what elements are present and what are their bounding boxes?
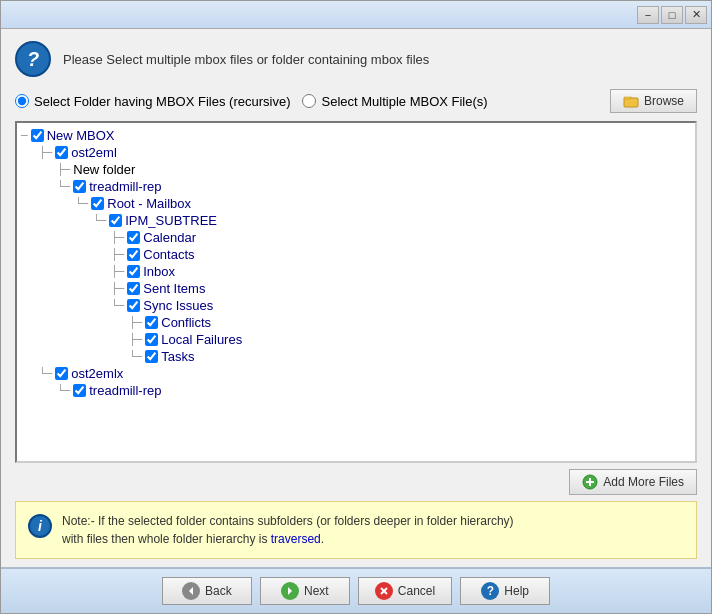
tree-label[interactable]: Inbox <box>143 264 175 279</box>
add-more-label: Add More Files <box>603 475 684 489</box>
tree-row: ├─ ost2eml <box>39 144 691 161</box>
help-label: Help <box>504 584 529 598</box>
tree-row: ─ New MBOX <box>21 127 691 144</box>
tree-row: └─ treadmill-rep <box>57 178 691 195</box>
folder-option-label: Select Folder having MBOX Files (recursi… <box>34 94 290 109</box>
tree-label[interactable]: IPM_SUBTREE <box>125 213 217 228</box>
next-button[interactable]: Next <box>260 577 350 605</box>
tree-row: ├─ New folder <box>57 161 691 178</box>
tree-row: ├─ Sent Items <box>111 280 691 297</box>
tree-children-6: ├─ Conflicts ├─ Local Failures <box>129 314 691 365</box>
files-option[interactable]: Select Multiple MBOX File(s) <box>302 94 487 109</box>
browse-label: Browse <box>644 94 684 108</box>
tree-checkbox[interactable] <box>31 129 44 142</box>
tree-connector: ├─ <box>111 231 124 244</box>
restore-button[interactable]: □ <box>661 6 683 24</box>
tree-connector: └─ <box>129 350 142 363</box>
tree-connector: └─ <box>57 180 70 193</box>
tree-label[interactable]: ost2emlx <box>71 366 123 381</box>
tree-checkbox[interactable] <box>73 180 86 193</box>
header-row: ? Please Select multiple mbox files or f… <box>15 41 697 77</box>
tree-label[interactable]: Sync Issues <box>143 298 213 313</box>
tree-label[interactable]: treadmill-rep <box>89 179 161 194</box>
note-text: Note:- If the selected folder contains s… <box>62 512 514 548</box>
tree-checkbox[interactable] <box>73 384 86 397</box>
minimize-button[interactable]: − <box>637 6 659 24</box>
help-button[interactable]: ? Help <box>460 577 550 605</box>
tree-checkbox[interactable] <box>127 248 140 261</box>
folder-radio[interactable] <box>15 94 29 108</box>
add-more-button[interactable]: Add More Files <box>569 469 697 495</box>
note-info-icon: i <box>28 514 52 538</box>
tree-checkbox[interactable] <box>145 316 158 329</box>
close-button[interactable]: ✕ <box>685 6 707 24</box>
files-radio[interactable] <box>302 94 316 108</box>
tree-label[interactable]: Calendar <box>143 230 196 245</box>
tree-label[interactable]: Sent Items <box>143 281 205 296</box>
tree-label[interactable]: Conflicts <box>161 315 211 330</box>
tree-connector: └─ <box>39 367 52 380</box>
back-label: Back <box>205 584 232 598</box>
svg-marker-4 <box>189 587 193 595</box>
tree-connector: ─ <box>21 129 28 142</box>
folder-icon <box>623 93 639 109</box>
tree-label[interactable]: New folder <box>73 162 135 177</box>
tree-row: ├─ Local Failures <box>129 331 691 348</box>
cancel-icon <box>375 582 393 600</box>
tree-connector: └─ <box>75 197 88 210</box>
tree-connector: ├─ <box>57 163 70 176</box>
tree-label[interactable]: treadmill-rep <box>89 383 161 398</box>
tree-checkbox[interactable] <box>127 265 140 278</box>
note-text-3: . <box>321 532 324 546</box>
browse-button[interactable]: Browse <box>610 89 697 113</box>
cancel-button[interactable]: Cancel <box>358 577 452 605</box>
options-row: Select Folder having MBOX Files (recursi… <box>15 89 697 113</box>
next-label: Next <box>304 584 329 598</box>
note-text-1: Note:- If the selected folder contains s… <box>62 514 514 528</box>
header-text: Please Select multiple mbox files or fol… <box>63 52 429 67</box>
tree-row: ├─ Contacts <box>111 246 691 263</box>
tree-label[interactable]: Tasks <box>161 349 194 364</box>
tree-checkbox[interactable] <box>145 333 158 346</box>
tree-label[interactable]: Local Failures <box>161 332 242 347</box>
footer: Back Next Cancel ? Help <box>1 567 711 613</box>
svg-rect-0 <box>624 98 638 107</box>
tree-checkbox[interactable] <box>127 282 140 295</box>
main-content: ? Please Select multiple mbox files or f… <box>1 29 711 567</box>
tree-checkbox[interactable] <box>145 350 158 363</box>
svg-marker-5 <box>288 587 292 595</box>
tree-label[interactable]: New MBOX <box>47 128 115 143</box>
folder-option[interactable]: Select Folder having MBOX Files (recursi… <box>15 94 290 109</box>
tree-row: ├─ Inbox <box>111 263 691 280</box>
tree-checkbox[interactable] <box>55 367 68 380</box>
tree-label[interactable]: ost2eml <box>71 145 117 160</box>
help-icon: ? <box>481 582 499 600</box>
tree-checkbox[interactable] <box>91 197 104 210</box>
tree-label[interactable]: Root - Mailbox <box>107 196 191 211</box>
tree-connector: ├─ <box>111 248 124 261</box>
tree-children-2: ├─ New folder └─ treadmill-rep └─ Root - <box>57 161 691 365</box>
add-more-row: Add More Files <box>15 463 697 501</box>
tree-checkbox[interactable] <box>55 146 68 159</box>
tree-connector: └─ <box>93 214 106 227</box>
tree-connector: └─ <box>111 299 124 312</box>
tree-row: └─ IPM_SUBTREE <box>93 212 691 229</box>
tree-checkbox[interactable] <box>127 231 140 244</box>
note-box: i Note:- If the selected folder contains… <box>15 501 697 559</box>
tree-row: └─ Root - Mailbox <box>75 195 691 212</box>
tree-checkbox[interactable] <box>127 299 140 312</box>
cancel-label: Cancel <box>398 584 435 598</box>
tree-checkbox[interactable] <box>109 214 122 227</box>
tree-row: ├─ Conflicts <box>129 314 691 331</box>
title-bar: − □ ✕ <box>1 1 711 29</box>
tree-connector: ├─ <box>39 146 52 159</box>
tree-container[interactable]: ─ New MBOX ├─ ost2eml ├─ New folder <box>15 121 697 463</box>
tree-label[interactable]: Contacts <box>143 247 194 262</box>
add-icon <box>582 474 598 490</box>
window-controls: − □ ✕ <box>637 6 707 24</box>
tree-row: └─ treadmill-rep <box>57 382 691 399</box>
tree-children-5: ├─ Calendar ├─ Contacts <box>111 229 691 365</box>
files-option-label: Select Multiple MBOX File(s) <box>321 94 487 109</box>
note-highlight: traversed <box>271 532 321 546</box>
back-button[interactable]: Back <box>162 577 252 605</box>
